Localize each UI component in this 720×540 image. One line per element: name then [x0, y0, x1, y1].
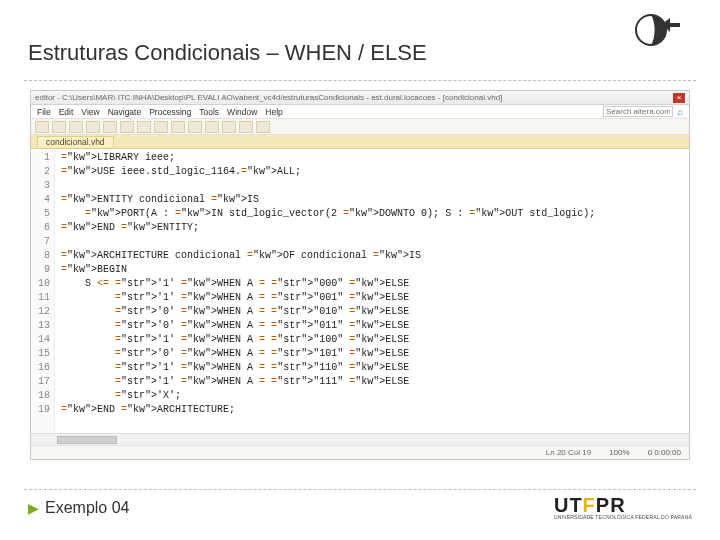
line-number: 4 — [31, 193, 50, 207]
code-line[interactable]: ="str">'0' ="kw">WHEN A = ="str">"101" =… — [61, 347, 683, 361]
toolbar-button[interactable] — [222, 121, 236, 133]
toolbar-button[interactable] — [137, 121, 151, 133]
code-text[interactable]: ="kw">LIBRARY ieee;="kw">USE ieee.std_lo… — [55, 149, 689, 433]
code-area[interactable]: 12345678910111213141516171819 ="kw">LIBR… — [31, 149, 689, 433]
caption-text: Exemplo 04 — [45, 499, 130, 517]
code-line[interactable]: ="str">'1' ="kw">WHEN A = ="str">"110" =… — [61, 361, 683, 375]
tab-file[interactable]: condicional.vhd — [37, 136, 114, 147]
line-number: 5 — [31, 207, 50, 221]
code-line[interactable] — [61, 179, 683, 193]
arrow-icon: ▶ — [28, 500, 39, 516]
code-line[interactable]: ="str">'1' ="kw">WHEN A = ="str">"100" =… — [61, 333, 683, 347]
line-number: 11 — [31, 291, 50, 305]
top-right-logo — [632, 6, 692, 54]
line-number: 6 — [31, 221, 50, 235]
code-line[interactable] — [61, 235, 683, 249]
code-line[interactable]: ="str">'1' ="kw">WHEN A = ="str">"001" =… — [61, 291, 683, 305]
toolbar-button[interactable] — [86, 121, 100, 133]
toolbar — [31, 119, 689, 135]
line-number-gutter: 12345678910111213141516171819 — [31, 149, 55, 433]
window-title-text: editor - C:\Users\MAR\ ITC INHA\Desktop\… — [35, 93, 502, 102]
divider-top — [24, 80, 696, 81]
window-titlebar: editor - C:\Users\MAR\ ITC INHA\Desktop\… — [31, 91, 689, 105]
menu-bar: File Edit View Navigate Processing Tools… — [31, 105, 689, 119]
code-line[interactable]: ="str">'X'; — [61, 389, 683, 403]
status-zoom: 100% — [609, 448, 629, 457]
search-input[interactable] — [603, 106, 673, 117]
menu-file[interactable]: File — [37, 107, 51, 117]
toolbar-button[interactable] — [69, 121, 83, 133]
search-icon[interactable]: ⌕ — [677, 106, 683, 117]
line-number: 16 — [31, 361, 50, 375]
line-number: 19 — [31, 403, 50, 417]
code-line[interactable]: ="kw">END ="kw">ARCHITECTURE; — [61, 403, 683, 417]
toolbar-button[interactable] — [35, 121, 49, 133]
menu-edit[interactable]: Edit — [59, 107, 74, 117]
menu-navigate[interactable]: Navigate — [108, 107, 142, 117]
search-box: ⌕ — [603, 106, 683, 117]
code-line[interactable]: ="kw">ARCHITECTURE condicional ="kw">OF … — [61, 249, 683, 263]
scrollbar-thumb[interactable] — [57, 436, 117, 444]
menu-processing[interactable]: Processing — [149, 107, 191, 117]
editor-window: editor - C:\Users\MAR\ ITC INHA\Desktop\… — [30, 90, 690, 460]
line-number: 10 — [31, 277, 50, 291]
close-icon[interactable]: × — [673, 93, 685, 103]
code-line[interactable]: ="kw">ENTITY condicional ="kw">IS — [61, 193, 683, 207]
slide-title: Estruturas Condicionais – WHEN / ELSE — [28, 40, 427, 66]
line-number: 2 — [31, 165, 50, 179]
status-lncol: Ln 20 Col 19 — [546, 448, 591, 457]
toolbar-button[interactable] — [120, 121, 134, 133]
line-number: 14 — [31, 333, 50, 347]
code-line[interactable]: ="kw">END ="kw">ENTITY; — [61, 221, 683, 235]
line-number: 9 — [31, 263, 50, 277]
code-line[interactable]: ="str">'1' ="kw">WHEN A = ="str">"111" =… — [61, 375, 683, 389]
slide-footer: ▶ Exemplo 04 UTFPR UNIVERSIDADE TECNOLÓG… — [28, 495, 692, 520]
status-bar: Ln 20 Col 19 100% 0 0:00:00 — [31, 445, 689, 459]
code-line[interactable]: ="kw">LIBRARY ieee; — [61, 151, 683, 165]
menu-window[interactable]: Window — [227, 107, 257, 117]
toolbar-button[interactable] — [239, 121, 253, 133]
utfpr-logo-text: UTFPR — [554, 495, 626, 515]
toolbar-button[interactable] — [171, 121, 185, 133]
toolbar-button[interactable] — [188, 121, 202, 133]
code-line[interactable]: S <= ="str">'1' ="kw">WHEN A = ="str">"0… — [61, 277, 683, 291]
menu-help[interactable]: Help — [265, 107, 282, 117]
code-line[interactable]: ="kw">PORT(A : ="kw">IN std_logic_vector… — [61, 207, 683, 221]
line-number: 1 — [31, 151, 50, 165]
toolbar-button[interactable] — [205, 121, 219, 133]
toolbar-button[interactable] — [52, 121, 66, 133]
utfpr-logo: UTFPR UNIVERSIDADE TECNOLÓGICA FEDERAL D… — [554, 495, 692, 520]
line-number: 7 — [31, 235, 50, 249]
tab-bar: condicional.vhd — [31, 135, 689, 149]
slide-caption: ▶ Exemplo 04 — [28, 499, 130, 517]
code-line[interactable]: ="str">'0' ="kw">WHEN A = ="str">"011" =… — [61, 319, 683, 333]
utfpr-logo-subtitle: UNIVERSIDADE TECNOLÓGICA FEDERAL DO PARA… — [554, 515, 692, 520]
status-encoding: 0 0:00:00 — [648, 448, 681, 457]
toolbar-button[interactable] — [103, 121, 117, 133]
line-number: 13 — [31, 319, 50, 333]
line-number: 17 — [31, 375, 50, 389]
line-number: 8 — [31, 249, 50, 263]
code-line[interactable]: ="kw">USE ieee.std_logic_1164.="kw">ALL; — [61, 165, 683, 179]
toolbar-button[interactable] — [256, 121, 270, 133]
code-line[interactable]: ="str">'0' ="kw">WHEN A = ="str">"010" =… — [61, 305, 683, 319]
code-line[interactable]: ="kw">BEGIN — [61, 263, 683, 277]
toolbar-button[interactable] — [154, 121, 168, 133]
menu-tools[interactable]: Tools — [199, 107, 219, 117]
divider-bottom — [24, 489, 696, 490]
line-number: 12 — [31, 305, 50, 319]
line-number: 18 — [31, 389, 50, 403]
horizontal-scrollbar[interactable] — [31, 433, 689, 445]
menu-view[interactable]: View — [81, 107, 99, 117]
line-number: 15 — [31, 347, 50, 361]
line-number: 3 — [31, 179, 50, 193]
